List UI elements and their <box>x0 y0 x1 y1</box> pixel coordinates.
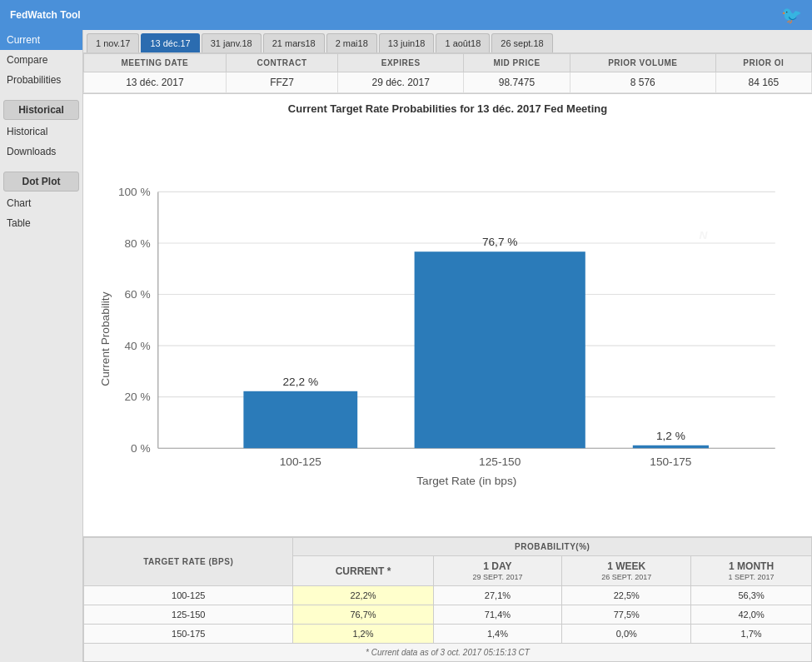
svg-text:Current Probability: Current Probability <box>99 291 112 386</box>
svg-text:1,2 %: 1,2 % <box>656 430 685 442</box>
bar-100-125 <box>243 391 357 448</box>
sidebar-divider-2 <box>0 162 82 168</box>
col-prior-oi: PRIOR OI <box>715 54 811 72</box>
bar-125-150 <box>415 251 585 448</box>
prob-row-100-125: 100-125 22,2% 27,1% 22,5% 56,3% <box>84 586 812 605</box>
svg-text:0 %: 0 % <box>131 442 151 455</box>
data-table-container: MEETING DATE CONTRACT EXPIRES MID PRICE … <box>83 53 812 94</box>
tab-jan18[interactable]: 31 janv.18 <box>202 33 262 52</box>
sidebar-item-chart[interactable]: Chart <box>0 193 82 213</box>
prob-col-1month: 1 MONTH 1 SEPT. 2017 <box>691 556 812 586</box>
sidebar-section-dotplot: Dot Plot <box>3 172 79 192</box>
svg-text:20 %: 20 % <box>125 391 151 403</box>
col-mid-price: MID PRICE <box>464 54 570 72</box>
tabs-bar: 1 nov.17 13 déc.17 31 janv.18 21 mars18 … <box>83 30 812 53</box>
sidebar-item-table[interactable]: Table <box>0 213 82 233</box>
sidebar: Current Compare Probabilities Historical… <box>0 30 83 662</box>
cell-expires: 29 déc. 2017 <box>338 72 464 93</box>
prob-table-container: TARGET RATE (BPS) PROBABILITY(%) CURRENT… <box>83 536 812 662</box>
tab-nov17[interactable]: 1 nov.17 <box>87 33 139 52</box>
sidebar-item-current[interactable]: Current <box>0 30 82 50</box>
sidebar-item-probabilities[interactable]: Probabilities <box>0 70 82 90</box>
bar-chart-svg: N Current Probability 100 % 80 % 60 % <box>92 122 804 528</box>
bar-150-175 <box>633 445 709 448</box>
sidebar-item-historical[interactable]: Historical <box>0 122 82 142</box>
cell-contract: FFZ7 <box>226 72 338 93</box>
svg-text:100 %: 100 % <box>118 186 151 198</box>
twitter-icon[interactable]: 🐦 <box>781 5 802 25</box>
svg-text:76,7 %: 76,7 % <box>482 236 518 248</box>
prob-row-125-150: 125-150 76,7% 71,4% 77,5% 42,0% <box>84 605 812 625</box>
tab-dec17[interactable]: 13 déc.17 <box>141 33 199 52</box>
data-table: MEETING DATE CONTRACT EXPIRES MID PRICE … <box>83 53 812 93</box>
prob-table-footnote: * Current data as of 3 oct. 2017 05:15:1… <box>84 644 812 662</box>
svg-text:125-150: 125-150 <box>479 455 521 468</box>
app-header: FedWatch Tool 🐦 <box>0 0 812 30</box>
prob-col-current: CURRENT * <box>293 556 433 586</box>
svg-text:N: N <box>700 229 709 241</box>
sidebar-divider-1 <box>0 90 82 97</box>
svg-text:100-125: 100-125 <box>280 455 322 468</box>
cell-prior-volume: 8 576 <box>570 72 715 93</box>
prob-table-col-header: PROBABILITY(%) <box>293 538 812 556</box>
tab-sept18[interactable]: 26 sept.18 <box>491 33 552 52</box>
tab-mars18[interactable]: 21 mars18 <box>263 33 325 52</box>
prob-table: TARGET RATE (BPS) PROBABILITY(%) CURRENT… <box>83 537 812 662</box>
cell-meeting-date: 13 déc. 2017 <box>84 72 227 93</box>
tab-mai18[interactable]: 2 mai18 <box>326 33 377 52</box>
col-prior-volume: PRIOR VOLUME <box>570 54 715 72</box>
svg-text:Target Rate (in bps): Target Rate (in bps) <box>416 475 516 487</box>
sidebar-section-historical: Historical <box>3 100 79 120</box>
cell-mid-price: 98.7475 <box>464 72 570 93</box>
prob-col-1week: 1 WEEK 26 SEPT. 2017 <box>562 556 691 586</box>
svg-text:60 %: 60 % <box>125 288 151 301</box>
prob-row-150-175: 150-175 1,2% 1,4% 0,0% 1,7% <box>84 625 812 644</box>
content-area: 1 nov.17 13 déc.17 31 janv.18 21 mars18 … <box>83 30 812 662</box>
sidebar-item-compare[interactable]: Compare <box>0 50 82 70</box>
table-row: 13 déc. 2017 FFZ7 29 déc. 2017 98.7475 8… <box>84 72 812 93</box>
sidebar-item-downloads[interactable]: Downloads <box>0 142 82 162</box>
svg-text:80 %: 80 % <box>125 237 151 250</box>
cell-prior-oi: 84 165 <box>715 72 811 93</box>
main-layout: Current Compare Probabilities Historical… <box>0 30 812 662</box>
tab-juin18[interactable]: 13 juin18 <box>379 33 435 52</box>
col-expires: EXPIRES <box>338 54 464 72</box>
chart-area: Current Target Rate Probabilities for 13… <box>83 94 812 536</box>
chart-title: Current Target Rate Probabilities for 13… <box>288 102 607 115</box>
chart-container: N Current Probability 100 % 80 % 60 % <box>92 122 804 528</box>
app-title: FedWatch Tool <box>10 9 81 21</box>
prob-col-1day: 1 DAY 29 SEPT. 2017 <box>433 556 562 586</box>
tab-aout18[interactable]: 1 août18 <box>436 33 490 52</box>
col-meeting-date: MEETING DATE <box>84 54 227 72</box>
prob-table-row-header: TARGET RATE (BPS) <box>84 538 293 586</box>
col-contract: CONTRACT <box>226 54 338 72</box>
svg-text:150-175: 150-175 <box>650 455 692 468</box>
svg-text:40 %: 40 % <box>125 340 151 352</box>
svg-text:22,2 %: 22,2 % <box>283 376 319 388</box>
